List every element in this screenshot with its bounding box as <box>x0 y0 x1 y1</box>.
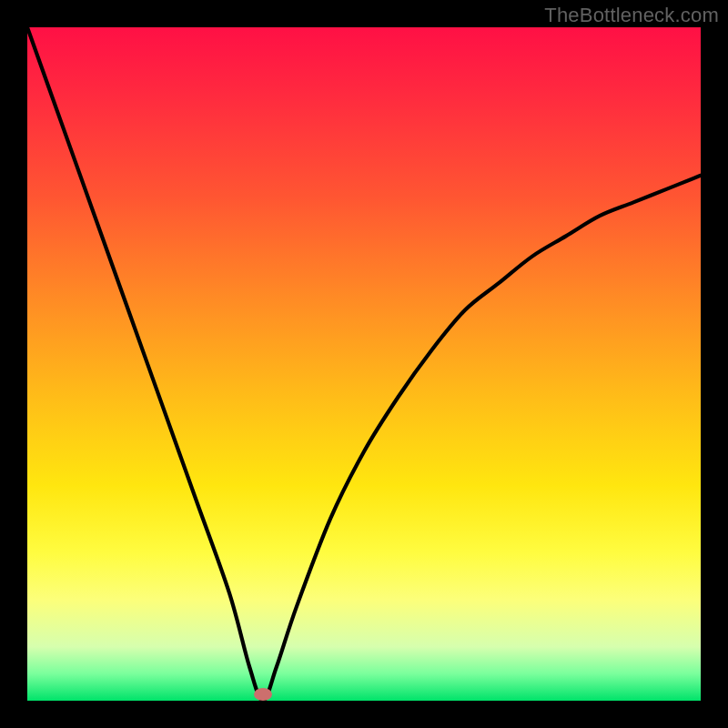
watermark-text: TheBottleneck.com <box>544 4 719 27</box>
chart-frame: TheBottleneck.com <box>0 0 728 728</box>
plot-area <box>27 27 701 701</box>
optimal-point-marker <box>254 688 272 701</box>
bottleneck-curve <box>27 27 701 701</box>
curve-svg <box>27 27 701 701</box>
